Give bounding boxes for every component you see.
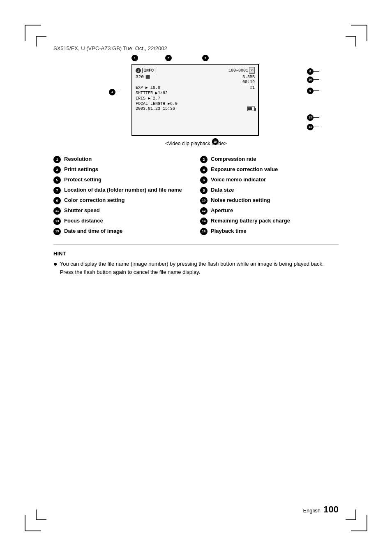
item-num-14: 14 <box>200 218 208 225</box>
list-item-12: 12 Aperture <box>200 206 339 215</box>
page-header: SX515/EX, U (VPC-AZ3 GB) Tue. Oct., 22/2… <box>53 45 167 51</box>
item-num-2: 2 <box>200 156 208 163</box>
list-item-1: 1 Resolution <box>53 155 192 164</box>
callout-13-group: 13 <box>307 117 319 118</box>
list-item-9: 9 Color correction setting <box>53 196 192 205</box>
page-num: 100 <box>323 504 339 514</box>
list-item-15: 15 Date and time of image <box>53 227 192 236</box>
screen-datetime: 2003.01.23 15:36 <box>136 107 175 111</box>
list-item-10: 10 Noise reduction setting <box>200 196 339 205</box>
item-num-4: 4 <box>200 166 208 174</box>
item-label-6: Voice memo indicator <box>211 176 266 183</box>
list-item-16: 16 Playback time <box>200 227 339 236</box>
item-num-15: 15 <box>53 228 61 235</box>
screen-focal: FOCAL LENGTH ▶6.0 <box>136 101 255 106</box>
header-text: SX515/EX, U (VPC-AZ3 GB) Tue. Oct., 22/2… <box>53 45 167 51</box>
item-label-8: Data size <box>211 186 234 194</box>
screen-color-correction: ⊙1 <box>250 85 255 90</box>
item-num-5: 5 <box>53 176 61 184</box>
hint-body: You can display the file name (image num… <box>60 260 339 276</box>
diagram-container: 1 5 7 i INFO <box>53 64 339 146</box>
callout-8-group: 8 <box>307 71 319 72</box>
item-label-13: Focus distance <box>64 217 103 225</box>
screen-iris: IRIS ▶F2.7 <box>136 96 255 101</box>
list-item-11: 11 Shutter speed <box>53 206 192 215</box>
list-item-3: 3 Print settings <box>53 165 192 174</box>
list-item-4: 4 Exposure correction value <box>200 165 339 174</box>
screen-playback-time: 00:19 <box>242 80 255 84</box>
item-num-6: 6 <box>200 176 208 184</box>
callout-9-group: 9 <box>307 90 319 91</box>
item-label-3: Print settings <box>64 166 98 173</box>
diagram-wrapper: 1 5 7 i INFO <box>93 64 299 138</box>
list-item-5: 5 Protect setting <box>53 175 192 185</box>
item-label-4: Exposure correction value <box>211 166 278 173</box>
item-num-8: 8 <box>200 187 208 194</box>
main-content: 1 5 7 i INFO <box>53 64 339 276</box>
item-label-2: Compression rate <box>211 155 256 163</box>
item-num-3: 3 <box>53 166 61 174</box>
list-item-14: 14 Remaining battery pack charge <box>200 216 339 226</box>
item-num-1: 1 <box>53 156 61 163</box>
callout-16-group: 16 <box>307 79 319 80</box>
hint-section: HINT ● You can display the file name (im… <box>53 250 339 276</box>
inner-mark-bl <box>36 510 46 520</box>
screen-resolution: 320 <box>136 74 144 79</box>
item-num-11: 11 <box>53 207 61 215</box>
screen-file-location: 100-0001 <box>228 68 248 73</box>
callout-4-group: 4 <box>109 92 121 92</box>
item-label-10: Noise reduction setting <box>211 197 270 204</box>
item-num-9: 9 <box>53 197 61 204</box>
screen-shutter: SHTTTER ▶1/82 <box>136 90 255 95</box>
section-divider <box>53 244 339 245</box>
screen-data-size: 6.5MB <box>242 75 255 79</box>
inner-mark-br <box>346 510 356 520</box>
list-item-2: 2 Compression rate <box>200 155 339 164</box>
list-item-13: 13 Focus distance <box>53 216 192 226</box>
hint-bullet-icon: ● <box>53 260 58 276</box>
screen-content: i INFO 100-0001 SD 320 <box>132 65 258 135</box>
item-num-13: 13 <box>53 218 61 225</box>
hint-text: ● You can display the file name (image n… <box>53 260 339 276</box>
items-list: 1 Resolution 2 Compression rate 3 Print … <box>53 155 339 236</box>
inner-mark-tr <box>346 36 356 46</box>
item-label-9: Color correction setting <box>64 197 125 204</box>
callout-14-group: 14 <box>307 127 319 127</box>
item-label-12: Aperture <box>211 207 233 214</box>
page-number-area: English 100 <box>303 504 339 515</box>
item-num-10: 10 <box>200 197 208 204</box>
item-num-12: 12 <box>200 207 208 215</box>
item-num-16: 16 <box>200 228 208 235</box>
item-label-14: Remaining battery pack charge <box>211 217 290 225</box>
inner-mark-tl <box>36 36 46 46</box>
screen-exp: EXP ▶ ±0.0 <box>136 85 160 90</box>
list-item-7: 7 Location of data (folder number) and f… <box>53 185 192 195</box>
item-num-7: 7 <box>53 187 61 194</box>
hint-title: HINT <box>53 250 339 257</box>
item-label-15: Date and time of image <box>64 227 122 235</box>
item-label-1: Resolution <box>64 155 92 163</box>
page-language-label: English <box>303 507 321 514</box>
camera-screen: i INFO 100-0001 SD 320 <box>131 64 259 136</box>
item-label-16: Playback time <box>211 227 247 235</box>
screen-wrapper: i INFO 100-0001 SD 320 <box>131 64 299 136</box>
item-label-7: Location of data (folder number) and fil… <box>64 186 182 194</box>
list-item-8: 8 Data size <box>200 185 339 195</box>
item-label-11: Shutter speed <box>64 207 100 214</box>
list-item-6: 6 Voice memo indicator <box>200 175 339 185</box>
item-label-5: Protect setting <box>64 176 101 183</box>
